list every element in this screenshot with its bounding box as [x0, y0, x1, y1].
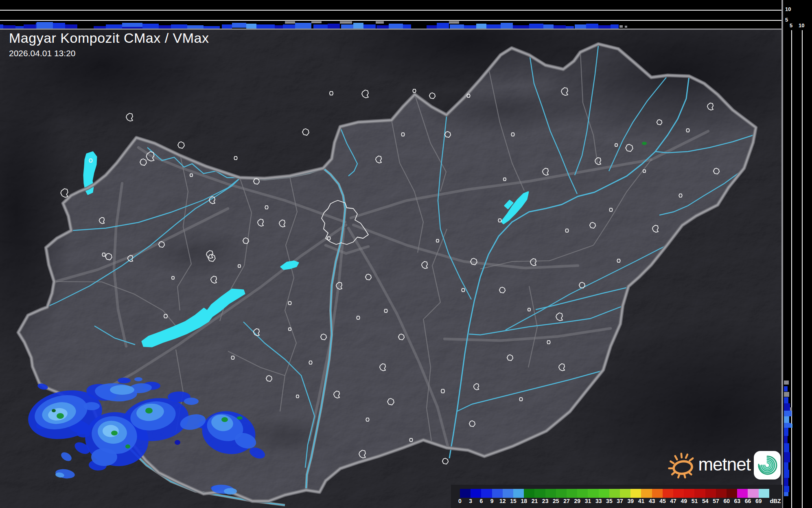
profile-echo [784, 386, 788, 391]
dbz-color-cell [567, 489, 577, 498]
dbz-color-cell [588, 489, 598, 498]
profile-echo [784, 492, 788, 496]
profile-echo [784, 436, 788, 443]
dbz-tick-label: 18 [521, 498, 527, 504]
profile-echo [450, 24, 464, 29]
dbz-tick-label: 47 [670, 498, 676, 504]
profile-echo [341, 24, 353, 29]
page-title: Magyar Kompozit CMax / VMax [9, 30, 209, 46]
height-line-5km [0, 20, 782, 21]
dbz-color-cell [727, 489, 737, 498]
dbz-tick-label: 6 [480, 498, 483, 504]
profile-echo [784, 486, 789, 492]
profile-echo [376, 21, 384, 24]
profile-echo [171, 24, 187, 29]
dbz-tick-label: 27 [563, 498, 570, 504]
dbz-tick-label: 23 [542, 498, 549, 504]
profile-echo [0, 24, 3, 29]
dbz-tick-label: 33 [595, 498, 602, 504]
profile-echo [790, 407, 792, 411]
profile-echo [611, 24, 619, 29]
dbz-colorbar [460, 489, 769, 498]
profile-echo [784, 423, 791, 428]
dbz-color-cell [748, 489, 758, 498]
profile-echo [543, 24, 554, 29]
dbz-tick-label: 9 [490, 498, 494, 504]
dbz-color-cell [599, 489, 609, 498]
dbz-tick-label: 29 [574, 498, 580, 504]
profile-echo [363, 24, 376, 29]
profile-echo [791, 424, 792, 428]
title-block: Magyar Kompozit CMax / VMax 2026.04.01 1… [9, 30, 209, 58]
profile-echo [501, 23, 513, 29]
dbz-color-cell [759, 489, 769, 498]
dbz-tick-label: 37 [617, 498, 623, 504]
echo-blob [52, 409, 56, 412]
right-axis-tick-5: 5 [790, 22, 792, 29]
dbz-color-cell [705, 489, 716, 498]
dbz-color-cell [524, 489, 534, 498]
dbz-color-cell [630, 489, 641, 498]
dbz-tick-label: 49 [681, 498, 687, 504]
dbz-tick-label: 57 [713, 498, 719, 504]
profile-echo [437, 23, 449, 29]
echo-blob [83, 402, 100, 410]
profile-echo [376, 25, 389, 29]
dbz-legend: 0369121518212325272931333537394143454749… [451, 485, 782, 508]
dbz-tick-label: 0 [458, 498, 462, 504]
dbz-color-cell [534, 489, 545, 498]
profile-echo [784, 416, 789, 423]
profile-echo [187, 25, 204, 29]
dbz-tick-label: 39 [628, 498, 634, 504]
echo-blob [145, 408, 153, 413]
right-height-profile-panel: 10 5 5 10 [783, 0, 812, 508]
dbz-tick-label: 54 [702, 498, 709, 504]
profile-echo [529, 24, 543, 29]
profile-echo [784, 443, 789, 452]
profile-echo [575, 24, 586, 29]
profile-echo [246, 24, 256, 29]
dbz-color-cell [471, 489, 481, 498]
profile-echo [619, 25, 623, 28]
profile-echo [295, 23, 311, 29]
profile-echo [784, 397, 788, 403]
profile-echo [598, 25, 611, 29]
dbz-tick-label: 69 [755, 498, 762, 504]
panel-separator-horizontal [0, 29, 782, 30]
profile-echo [340, 21, 352, 24]
dbz-color-cell [684, 489, 694, 498]
profile-echo [275, 25, 283, 29]
profile-echo [784, 470, 789, 478]
profile-echo [283, 24, 295, 29]
profile-echo [784, 428, 788, 436]
echo-blob [111, 431, 118, 435]
profile-echo [106, 24, 122, 29]
profile-echo [389, 24, 403, 29]
height-line-10km [0, 10, 782, 11]
timestamp: 2026.04.01 13:20 [9, 48, 209, 58]
dbz-color-cell [620, 489, 630, 498]
profile-echo [784, 411, 792, 416]
dbz-tick-label: 15 [510, 498, 517, 504]
dbz-color-cell [545, 489, 556, 498]
metnet-logo: metnet [667, 448, 781, 482]
profile-echo [353, 23, 363, 29]
profile-echo [784, 478, 788, 486]
echo-blob [57, 413, 64, 419]
dbz-tick-label: 25 [553, 498, 559, 504]
panel-separator-vertical [781, 0, 783, 508]
echo-blob [110, 385, 134, 395]
profile-echo [449, 21, 459, 24]
profile-echo [586, 24, 598, 29]
profile-echo [159, 25, 171, 29]
dbz-color-cell [694, 489, 705, 498]
profile-echo [784, 392, 789, 397]
profile-echo [784, 452, 790, 462]
dbz-tick-label: 63 [734, 498, 741, 504]
radar-screenshot: 10 5 5 10 Magyar Kompozit CMax / VMax 20… [0, 0, 812, 508]
dbz-colorbar-labels: 0369121518212325272931333537394143454749… [460, 498, 782, 506]
dbz-color-cell [577, 489, 588, 498]
dbz-tick-label: 45 [659, 498, 666, 504]
profile-echo [328, 24, 340, 29]
dbz-tick-label: 21 [532, 498, 538, 504]
